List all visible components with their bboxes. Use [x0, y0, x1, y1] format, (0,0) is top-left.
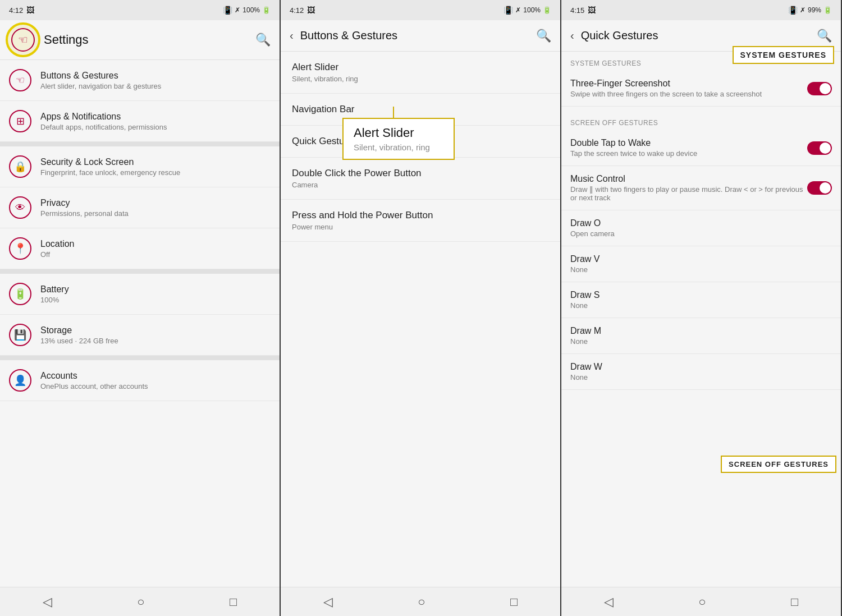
quick-gestures-item[interactable]: Quick Gestures [281, 126, 560, 158]
bottom-nav-3: ◁ ○ □ [561, 587, 841, 616]
item-subtitle-2: Fingerprint, face unlock, emergency resc… [40, 168, 180, 177]
settings-item-battery[interactable]: 🔋 Battery 100% [0, 274, 280, 315]
accounts-text: Accounts OnePlus account, other accounts [40, 371, 148, 390]
accounts-icon: 👤 [9, 369, 31, 392]
item-title-1: Apps & Notifications [40, 112, 167, 122]
battery-text-2: 100% [523, 6, 541, 14]
draw-o-item[interactable]: Draw O Open camera [561, 210, 841, 246]
item-subtitle-3: Permissions, personal data [40, 209, 129, 218]
top-bar-1: ☜ Settings 🔍 [0, 20, 280, 60]
double-tap-sub: Tap the screen twice to wake up device [570, 149, 807, 158]
back-nav-3[interactable]: ◁ [593, 590, 625, 614]
double-click-item[interactable]: Double Click the Power Button Camera [281, 158, 560, 200]
navigation-bar-item[interactable]: Navigation Bar [281, 94, 560, 126]
item-title-3: Privacy [40, 198, 129, 208]
settings-item-buttons-gestures[interactable]: ☜ Buttons & Gestures Alert slider, navig… [0, 60, 280, 101]
three-finger-title: Three-Finger Screenshot [570, 79, 807, 89]
back-nav-2[interactable]: ◁ [312, 590, 344, 614]
status-bar-2: 4:12 🖼 📳 ✗ 100% 🔋 [281, 0, 560, 20]
panel-buttons-gestures: 4:12 🖼 📳 ✗ 100% 🔋 ‹ Buttons & Gestures 🔍… [281, 0, 561, 616]
time-2: 4:12 [290, 6, 304, 15]
section-header-system: SYSTEM GESTURES [561, 52, 841, 71]
privacy-icon: 👁 [9, 196, 31, 219]
draw-s-sub: None [570, 301, 832, 310]
location-text: Location Off [40, 239, 75, 259]
settings-item-storage[interactable]: 💾 Storage 13% used · 224 GB free [0, 315, 280, 356]
press-hold-item[interactable]: Press and Hold the Power Button Power me… [281, 200, 560, 242]
three-finger-text: Three-Finger Screenshot Swipe with three… [570, 79, 807, 98]
music-toggle[interactable] [807, 181, 832, 195]
double-tap-toggle[interactable] [807, 141, 832, 155]
status-icons-1: 📳 ✗ 100% 🔋 [223, 6, 271, 15]
settings-title-wrap: ☜ Settings [9, 26, 255, 54]
section-header-screen-off: SCREEN OFF GESTURES [561, 111, 841, 130]
battery-icon-item: 🔋 [9, 283, 31, 305]
item-title-6: Storage [40, 325, 118, 335]
draw-w-text: Draw W None [570, 362, 832, 381]
draw-v-item[interactable]: Draw V None [561, 246, 841, 282]
top-bar-3: ‹ Quick Gestures 🔍 [561, 20, 841, 52]
draw-s-text: Draw S None [570, 290, 832, 310]
draw-v-sub: None [570, 265, 832, 274]
storage-icon: 💾 [9, 324, 31, 346]
status-time-1: 4:12 🖼 [9, 6, 34, 15]
home-nav-3[interactable]: ○ [687, 590, 717, 614]
recents-nav-2[interactable]: □ [499, 590, 529, 614]
back-button-2[interactable]: ‹ [290, 29, 294, 42]
recents-nav-1[interactable]: □ [218, 590, 248, 614]
recents-nav-3[interactable]: □ [780, 590, 809, 614]
buttons-gestures-icon: ☜ [9, 69, 31, 91]
three-finger-toggle[interactable] [807, 82, 832, 95]
page-title-2: Buttons & Gestures [300, 29, 536, 42]
buttons-gestures-text: Buttons & Gestures Alert slider, navigat… [40, 71, 161, 90]
system-header-text: SYSTEM GESTURES [570, 59, 641, 67]
music-control-item[interactable]: Music Control Draw ‖ with two fingers to… [561, 166, 841, 210]
settings-item-apps-notifications[interactable]: ⊞ Apps & Notifications Default apps, not… [0, 101, 280, 142]
item-title-5: Battery [40, 284, 69, 295]
vib-icon-3: 📳 [788, 6, 798, 15]
divider-1 [0, 142, 280, 146]
draw-m-text: Draw M None [570, 326, 832, 346]
item-title-0: Buttons & Gestures [40, 71, 161, 81]
press-hold-sub: Power menu [292, 223, 549, 231]
search-icon-2[interactable]: 🔍 [536, 29, 551, 43]
top-bar-2: ‹ Buttons & Gestures 🔍 [281, 20, 560, 52]
vib-icon-2: 📳 [504, 6, 513, 15]
battery-icon-1: 🔋 [262, 6, 271, 14]
page-title-3: Quick Gestures [581, 29, 817, 42]
wifi-off-1: ✗ [235, 6, 240, 14]
settings-item-privacy[interactable]: 👁 Privacy Permissions, personal data [0, 187, 280, 228]
settings-item-security[interactable]: 🔒 Security & Lock Screen Fingerprint, fa… [0, 146, 280, 187]
back-button-3[interactable]: ‹ [570, 29, 574, 42]
double-tap-text: Double Tap to Wake Tap the screen twice … [570, 138, 807, 158]
apps-notifications-text: Apps & Notifications Default apps, notif… [40, 112, 167, 131]
item-title-4: Location [40, 239, 75, 249]
item-title-7: Accounts [40, 371, 148, 381]
item-subtitle-5: 100% [40, 296, 69, 304]
alert-slider-item[interactable]: Alert Slider Silent, vibration, ring [281, 52, 560, 94]
music-control-text: Music Control Draw ‖ with two fingers to… [570, 174, 807, 202]
draw-s-item[interactable]: Draw S None [561, 282, 841, 318]
double-tap-wake-item[interactable]: Double Tap to Wake Tap the screen twice … [561, 130, 841, 166]
search-icon-1[interactable]: 🔍 [255, 33, 271, 47]
back-nav-1[interactable]: ◁ [31, 590, 63, 614]
status-bar-1: 4:12 🖼 📳 ✗ 100% 🔋 [0, 0, 280, 20]
double-click-sub: Camera [292, 181, 549, 189]
three-finger-screenshot-item[interactable]: Three-Finger Screenshot Swipe with three… [561, 71, 841, 107]
image-icon-2: 🖼 [307, 6, 315, 15]
settings-item-accounts[interactable]: 👤 Accounts OnePlus account, other accoun… [0, 360, 280, 401]
panel-settings: 4:12 🖼 📳 ✗ 100% 🔋 ☜ Settings 🔍 ☜ Buttons… [0, 0, 281, 616]
home-nav-1[interactable]: ○ [126, 590, 155, 614]
home-nav-2[interactable]: ○ [406, 590, 436, 614]
item-subtitle-4: Off [40, 250, 75, 259]
draw-w-sub: None [570, 373, 832, 381]
settings-item-location[interactable]: 📍 Location Off [0, 228, 280, 269]
bottom-nav-1: ◁ ○ □ [0, 587, 280, 616]
draw-w-item[interactable]: Draw W None [561, 354, 841, 390]
search-icon-3[interactable]: 🔍 [817, 29, 832, 43]
divider-3 [0, 356, 280, 360]
draw-m-item[interactable]: Draw M None [561, 318, 841, 354]
quick-gestures-list: SYSTEM GESTURES Three-Finger Screenshot … [561, 52, 841, 587]
storage-text: Storage 13% used · 224 GB free [40, 325, 118, 345]
press-hold-title: Press and Hold the Power Button [292, 210, 549, 221]
